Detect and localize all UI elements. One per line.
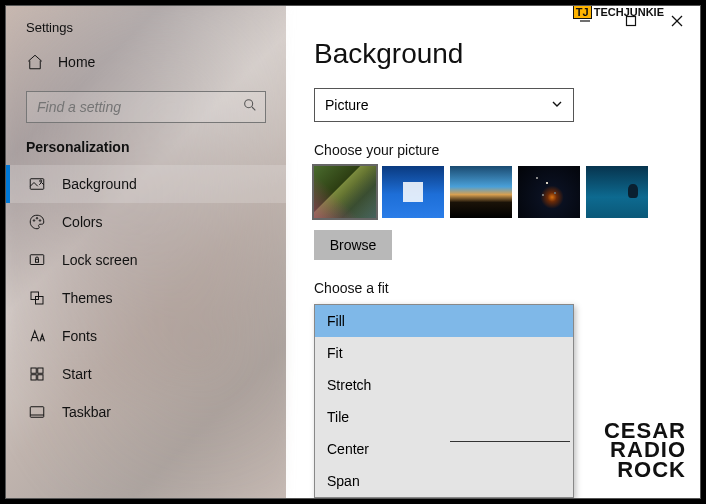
nav-label: Colors <box>62 214 102 230</box>
svg-rect-12 <box>38 368 43 373</box>
nav-background[interactable]: Background <box>6 165 286 203</box>
fit-option-fill[interactable]: Fill <box>315 305 573 337</box>
close-button[interactable] <box>654 6 700 36</box>
fonts-icon <box>28 327 46 345</box>
fit-option-tile[interactable]: Tile <box>315 401 573 433</box>
search-box[interactable] <box>26 91 266 123</box>
nav-label: Lock screen <box>62 252 137 268</box>
fit-option-span[interactable]: Span <box>315 465 573 497</box>
picture-thumbnails <box>314 166 676 218</box>
svg-point-3 <box>40 180 42 182</box>
svg-rect-15 <box>30 407 44 418</box>
search-icon <box>241 97 259 117</box>
svg-rect-8 <box>36 259 39 262</box>
lockscreen-icon <box>28 251 46 269</box>
nav-label: Fonts <box>62 328 97 344</box>
nav-home[interactable]: Home <box>6 43 286 81</box>
section-label: Personalization <box>6 137 286 165</box>
choose-picture-label: Choose your picture <box>314 142 676 158</box>
page-title: Background <box>314 38 676 70</box>
svg-rect-10 <box>36 297 44 305</box>
nav-start[interactable]: Start <box>6 355 286 393</box>
fit-option-center[interactable]: Center <box>315 433 573 465</box>
svg-rect-13 <box>31 375 36 380</box>
chevron-down-icon <box>551 97 563 113</box>
titlebar-controls <box>562 6 700 36</box>
taskbar-icon <box>28 403 46 421</box>
home-icon <box>26 53 44 71</box>
nav-lockscreen[interactable]: Lock screen <box>6 241 286 279</box>
picture-thumb-5[interactable] <box>586 166 648 218</box>
search-input[interactable] <box>37 99 241 115</box>
picture-thumb-2[interactable] <box>382 166 444 218</box>
nav-label: Background <box>62 176 137 192</box>
nav-label: Themes <box>62 290 113 306</box>
picture-thumb-4[interactable] <box>518 166 580 218</box>
content-area: TJTECHJUNKIE Background Picture Choose y… <box>286 6 700 498</box>
svg-rect-18 <box>627 17 636 26</box>
nav-label: Start <box>62 366 92 382</box>
background-icon <box>28 175 46 193</box>
start-icon <box>28 365 46 383</box>
svg-rect-11 <box>31 368 36 373</box>
fit-option-fit[interactable]: Fit <box>315 337 573 369</box>
nav-fonts[interactable]: Fonts <box>6 317 286 355</box>
colors-icon <box>28 213 46 231</box>
picture-thumb-3[interactable] <box>450 166 512 218</box>
svg-point-4 <box>33 220 35 222</box>
nav-colors[interactable]: Colors <box>6 203 286 241</box>
watermark-cesar: CESAR RADIO ROCK <box>604 421 686 480</box>
background-type-dropdown[interactable]: Picture <box>314 88 574 122</box>
choose-fit-label: Choose a fit <box>314 280 676 296</box>
svg-point-0 <box>245 100 253 108</box>
app-title: Settings <box>6 6 286 43</box>
home-label: Home <box>58 54 95 70</box>
browse-button[interactable]: Browse <box>314 230 392 260</box>
sidebar: Settings Home Personalization Background <box>6 6 286 498</box>
picture-thumb-1[interactable] <box>314 166 376 218</box>
settings-window: Settings Home Personalization Background <box>5 5 701 499</box>
themes-icon <box>28 289 46 307</box>
dropdown-value: Picture <box>325 97 369 113</box>
nav-taskbar[interactable]: Taskbar <box>6 393 286 431</box>
svg-line-1 <box>252 107 255 110</box>
fit-option-stretch[interactable]: Stretch <box>315 369 573 401</box>
decorative-line <box>450 441 570 442</box>
svg-rect-14 <box>38 375 43 380</box>
nav-themes[interactable]: Themes <box>6 279 286 317</box>
svg-rect-9 <box>31 292 39 300</box>
minimize-button[interactable] <box>562 6 608 36</box>
fit-dropdown-open[interactable]: Fill Fit Stretch Tile Center Span <box>314 304 574 498</box>
svg-point-5 <box>36 218 38 220</box>
nav-label: Taskbar <box>62 404 111 420</box>
svg-point-6 <box>39 220 41 222</box>
maximize-button[interactable] <box>608 6 654 36</box>
